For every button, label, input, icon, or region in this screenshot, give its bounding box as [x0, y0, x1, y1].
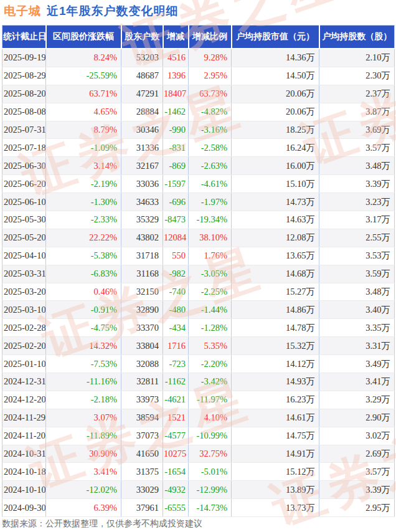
- table-cell-range_pct: 8.79%: [46, 121, 121, 139]
- table-cell-avg_market_value: 14.86万: [232, 301, 319, 319]
- table-cell-range_pct: -5.38%: [46, 247, 121, 265]
- page-title: 电子城近1年股东户数变化明细: [4, 3, 179, 19]
- table-cell-avg_market_value: 14.73万: [232, 193, 319, 211]
- table-cell-avg_shares: 3.69万: [319, 121, 395, 139]
- table-cell-change_ratio: -2.25%: [189, 283, 232, 301]
- table-cell-change: 12084: [163, 229, 189, 247]
- table-cell-avg_market_value: 15.27万: [232, 283, 319, 301]
- table-cell-holders: 31718: [121, 247, 163, 265]
- table-cell-change_ratio: -5.01%: [189, 463, 232, 481]
- table-cell-avg_shares: 3.59万: [319, 265, 395, 283]
- table-cell-change: -696: [163, 193, 189, 211]
- column-header-holders: 股东户数: [121, 26, 163, 49]
- table-cell-avg_shares: 3.31万: [319, 337, 395, 355]
- table-cell-avg_shares: 2.37万: [319, 85, 395, 103]
- table-cell-holders: 47291: [121, 85, 163, 103]
- table-cell-date: 2025-06-10: [2, 193, 46, 211]
- table-cell-date: 2025-08-08: [2, 103, 46, 121]
- table-cell-holders: 32167: [121, 157, 163, 175]
- table-cell-date: 2024-10-31: [2, 445, 46, 463]
- table-cell-avg_shares: 3.39万: [319, 481, 395, 499]
- table-cell-date: 2025-03-20: [2, 283, 46, 301]
- table-cell-change: -723: [163, 355, 189, 373]
- column-header-ratio: 增减比例: [189, 26, 232, 49]
- table-cell-range_pct: -6.83%: [46, 265, 121, 283]
- table-cell-change_ratio: 9.28%: [189, 49, 232, 67]
- table-cell-change: -990: [163, 121, 189, 139]
- table-cell-change_ratio: 2.95%: [189, 67, 232, 85]
- table-cell-holders: 31336: [121, 139, 163, 157]
- table-row: 2025-05-30-2.33%35329-8473-19.34%14.63万3…: [2, 211, 395, 229]
- table-cell-avg_market_value: 13.73万: [232, 499, 319, 517]
- table-cell-range_pct: -0.91%: [46, 301, 121, 319]
- table-cell-change_ratio: 1.76%: [189, 247, 232, 265]
- table-cell-range_pct: 8.24%: [46, 49, 121, 67]
- table-cell-avg_shares: 3.57万: [319, 139, 395, 157]
- table-cell-holders: 33036: [121, 175, 163, 193]
- table-cell-change_ratio: -4.61%: [189, 175, 232, 193]
- table-cell-change: 1521: [163, 409, 189, 427]
- table-row: 2025-05-2022.22%438021208438.10%12.08万2.…: [2, 229, 395, 247]
- table-cell-avg_shares: 3.29万: [319, 391, 395, 409]
- table-cell-avg_market_value: 14.61万: [232, 409, 319, 427]
- table-cell-date: 2025-05-20: [2, 229, 46, 247]
- table-cell-range_pct: 30.90%: [46, 445, 121, 463]
- table-cell-avg_shares: 2.90万: [319, 409, 395, 427]
- table-row: 2025-07-18-1.09%31336-831-2.58%16.24万3.5…: [2, 139, 395, 157]
- column-header-avg-value: 户均持股市值（元）: [232, 26, 319, 49]
- table-cell-avg_shares: 3.17万: [319, 211, 395, 229]
- table-cell-date: 2025-06-20: [2, 175, 46, 193]
- table-row: 2025-02-2014.32%3380417165.35%15.32万3.31…: [2, 337, 395, 355]
- table-cell-avg_shares: 3.02万: [319, 427, 395, 445]
- table-cell-avg_market_value: 14.36万: [232, 49, 319, 67]
- table-cell-avg_market_value: 15.12万: [232, 463, 319, 481]
- table-cell-range_pct: -25.59%: [46, 67, 121, 85]
- table-cell-change_ratio: -3.05%: [189, 265, 232, 283]
- table-cell-change: -1162: [163, 373, 189, 391]
- table-cell-avg_market_value: 14.93万: [232, 373, 319, 391]
- table-cell-date: 2024-10-10: [2, 481, 46, 499]
- table-row: 2025-09-198.24%5320345169.28%14.36万2.10万: [2, 49, 395, 67]
- table-cell-date: 2025-07-31: [2, 121, 46, 139]
- table-cell-avg_shares: 3.35万: [319, 319, 395, 337]
- table-row: 2025-04-10-5.38%317185501.76%13.65万3.53万: [2, 247, 395, 265]
- table-cell-range_pct: -1.30%: [46, 193, 121, 211]
- table-cell-date: 2025-04-10: [2, 247, 46, 265]
- table-row: 2024-11-20-11.89%37073-4577-10.99%14.75万…: [2, 427, 395, 445]
- table-cell-date: 2025-05-30: [2, 211, 46, 229]
- table-cell-range_pct: -4.75%: [46, 319, 121, 337]
- table-cell-change_ratio: -11.97%: [189, 391, 232, 409]
- table-cell-change_ratio: 4.10%: [189, 409, 232, 427]
- table-cell-change_ratio: -1.97%: [189, 193, 232, 211]
- table-cell-avg_shares: 2.30万: [319, 67, 395, 85]
- table-row: 2025-01-10-7.53%32088-723-2.20%14.12万3.4…: [2, 355, 395, 373]
- table-cell-date: 2024-12-20: [2, 391, 46, 409]
- table-cell-change: -4621: [163, 391, 189, 409]
- table-row: 2025-06-20-2.19%33036-1597-4.61%15.10万3.…: [2, 175, 395, 193]
- table-cell-avg_shares: 3.48万: [319, 157, 395, 175]
- table-cell-holders: 33804: [121, 337, 163, 355]
- table-cell-avg_market_value: 16.24万: [232, 139, 319, 157]
- table-cell-change: 550: [163, 247, 189, 265]
- table-cell-range_pct: 14.32%: [46, 337, 121, 355]
- table-cell-range_pct: -12.02%: [46, 481, 121, 499]
- table-cell-range_pct: 63.71%: [46, 85, 121, 103]
- table-cell-holders: 32150: [121, 283, 163, 301]
- table-cell-change: -740: [163, 283, 189, 301]
- table-cell-holders: 53203: [121, 49, 163, 67]
- table-cell-avg_market_value: 13.65万: [232, 247, 319, 265]
- table-cell-holders: 38594: [121, 409, 163, 427]
- table-cell-change: -4932: [163, 481, 189, 499]
- table-row: 2025-07-318.79%30346-990-3.16%18.25万3.69…: [2, 121, 395, 139]
- shareholder-table: 统计截止日 区间股价涨跌幅 股东户数 增减 增减比例 户均持股市值（元） 户均持…: [2, 25, 395, 517]
- table-cell-date: 2025-02-20: [2, 337, 46, 355]
- table-cell-date: 2025-08-20: [2, 85, 46, 103]
- table-cell-change_ratio: -2.63%: [189, 157, 232, 175]
- table-cell-change_ratio: -3.42%: [189, 373, 232, 391]
- table-header: 统计截止日 区间股价涨跌幅 股东户数 增减 增减比例 户均持股市值（元） 户均持…: [2, 26, 395, 49]
- table-cell-date: 2025-06-30: [2, 157, 46, 175]
- table-cell-holders: 33973: [121, 391, 163, 409]
- table-cell-change_ratio: -12.99%: [189, 481, 232, 499]
- page-title-text: 近1年股东户数变化明细: [47, 4, 179, 17]
- table-cell-range_pct: 0.46%: [46, 283, 121, 301]
